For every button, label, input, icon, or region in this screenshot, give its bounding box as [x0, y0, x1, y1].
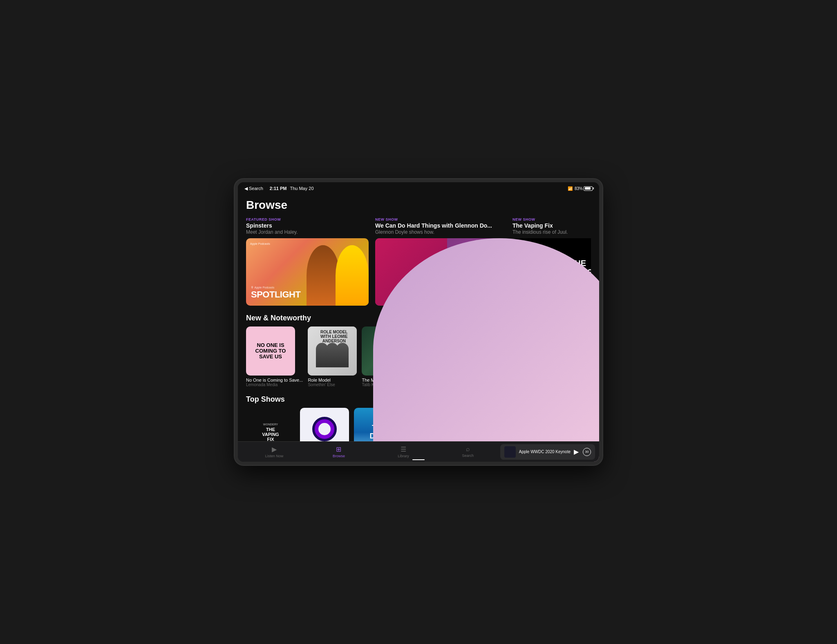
character-2	[336, 245, 369, 306]
status-date: Thu May 20	[290, 186, 313, 191]
silhouette-3	[336, 343, 349, 367]
battery-bar	[584, 186, 593, 191]
crime-junkie-symbol	[312, 417, 337, 441]
listen-now-icon: ▶	[272, 445, 277, 453]
podcast-author-role-model: Somethin' Else	[308, 382, 357, 387]
now-playing-art	[504, 446, 516, 458]
now-playing-title: Apple WWDC 2020 Keynote	[519, 449, 571, 454]
play-pause-button[interactable]: ▶	[574, 448, 579, 456]
battery-indicator: 83%	[575, 186, 593, 191]
podcast-item-5[interactable]	[475, 408, 524, 441]
search-icon: ⌕	[466, 445, 470, 453]
now-playing-bar[interactable]: Apple WWDC 2020 Keynote ▶ 30	[500, 444, 595, 460]
role-model-inner: ROLE MODEL WITH LEOMIE ANDERSON	[308, 326, 357, 376]
back-label: Search	[249, 186, 263, 191]
podcast-art-5	[475, 408, 524, 441]
spotlight-characters	[295, 238, 369, 306]
podcast-art-vaping-top: WONDERY THE VAPING FIX	[246, 408, 295, 441]
podcast-no-one[interactable]: NO ONE IS COMING TO SAVE US No One is Co…	[246, 326, 303, 387]
podcast-art-role-model: ROLE MODEL WITH LEOMIE ANDERSON	[308, 326, 357, 376]
spotlight-text-container: 🎙 Apple Podcasts SPOTLIGHT	[251, 286, 300, 300]
podcast-name-role-model: Role Model	[308, 378, 357, 382]
podcast-vaping-top[interactable]: WONDERY THE VAPING FIX The Vaping Fix Wo…	[246, 408, 295, 441]
podcast-role-model[interactable]: ROLE MODEL WITH LEOMIE ANDERSON Role Mod…	[308, 326, 357, 387]
apple-podcasts-label: Apple Podcasts	[250, 242, 270, 245]
spotlight-card: Apple Podcasts 🎙 Apple Podcasts SPOTLIGH…	[246, 238, 369, 306]
tab-library[interactable]: ☰ Library	[371, 445, 436, 458]
search-label: Search	[462, 454, 474, 458]
battery-percent: 83%	[575, 186, 583, 191]
tab-bar: ▶ Listen Now ⊞ Browse ☰ Library ⌕ Search…	[238, 441, 599, 462]
skip-button[interactable]: 30	[583, 448, 591, 456]
featured-title-2: The Vaping Fix	[512, 222, 591, 229]
apple-podcasts-text: 🎙 Apple Podcasts	[251, 286, 300, 289]
home-indicator	[412, 459, 425, 460]
role-model-text: ROLE MODEL WITH LEOMIE ANDERSON	[311, 330, 357, 343]
crime-junkie-inner	[318, 423, 331, 435]
podcast-crime-junkie[interactable]: CRIME JUNKIE Crime Junkie	[300, 408, 349, 441]
podcast-art-no-one: NO ONE IS COMING TO SAVE US	[246, 326, 295, 376]
top-shows-title: Top Shows	[246, 395, 285, 404]
featured-title-1: We Can Do Hard Things with Glennon Do...	[375, 222, 506, 229]
featured-badge-2: NEW SHOW	[512, 217, 591, 221]
spotlight-text: SPOTLIGHT	[251, 290, 300, 300]
featured-badge-1: NEW SHOW	[375, 217, 506, 221]
status-right: 📶 83%	[568, 186, 593, 191]
no-one-text: NO ONE IS COMING TO SAVE US	[255, 342, 286, 360]
page-title: Browse	[246, 199, 591, 212]
library-label: Library	[398, 454, 409, 458]
vaping-top-brand: WONDERY	[263, 423, 278, 426]
podcast-art-crime-junkie: CRIME JUNKIE	[300, 408, 349, 441]
role-model-silhouettes	[316, 343, 349, 367]
spotlight-logo: Apple Podcasts	[250, 242, 270, 245]
vaping-top-text: THE VAPING FIX	[262, 427, 279, 441]
back-button[interactable]: ◀ Search	[244, 186, 263, 191]
featured-title-0: Spinsters	[246, 222, 369, 229]
featured-subtitle-2: The insidious rise of Juul.	[512, 229, 591, 235]
tab-browse[interactable]: ⊞ Browse	[307, 445, 371, 458]
character-1	[307, 245, 340, 306]
status-time: 2:11 PM	[270, 186, 287, 191]
status-bar: ◀ Search 2:11 PM Thu May 20 📶 83%	[238, 182, 599, 194]
featured-spinsters[interactable]: FEATURED SHOW Spinsters Meet Jordan and …	[246, 217, 369, 306]
portrait-silhouette	[475, 408, 524, 441]
content-area: Browse FEATURED SHOW Spinsters Meet Jord…	[238, 194, 599, 441]
podcast-name-no-one: No One is Coming to Save...	[246, 378, 303, 382]
tab-left: ▶ Listen Now ⊞ Browse ☰ Library ⌕ Search	[242, 445, 500, 458]
top-shows-row: WONDERY THE VAPING FIX The Vaping Fix Wo…	[246, 408, 591, 441]
wifi-icon: 📶	[568, 186, 573, 191]
now-playing-controls: ▶ 30	[574, 448, 591, 456]
tab-listen-now[interactable]: ▶ Listen Now	[242, 445, 307, 458]
ipad-frame: ◀ Search 2:11 PM Thu May 20 📶 83% Browse…	[235, 179, 602, 465]
status-left: ◀ Search 2:11 PM Thu May 20	[244, 186, 314, 191]
library-icon: ☰	[401, 445, 406, 453]
back-chevron: ◀	[244, 186, 248, 191]
featured-image-spinsters: Apple Podcasts 🎙 Apple Podcasts SPOTLIGH…	[246, 238, 369, 306]
featured-subtitle-1: Glennon Doyle shows how.	[375, 229, 506, 235]
browse-label: Browse	[333, 454, 345, 458]
listen-now-label: Listen Now	[265, 454, 284, 458]
new-noteworthy-title: New & Noteworthy	[246, 314, 311, 322]
podcast-author-no-one: Lemonada Media	[246, 382, 303, 387]
crime-junkie-art: CRIME JUNKIE	[300, 408, 349, 441]
browse-icon: ⊞	[336, 445, 341, 453]
featured-subtitle-0: Meet Jordan and Haley.	[246, 229, 369, 235]
featured-badge-0: FEATURED SHOW	[246, 217, 369, 221]
battery-fill	[585, 187, 591, 190]
tab-search[interactable]: ⌕ Search	[436, 445, 500, 458]
